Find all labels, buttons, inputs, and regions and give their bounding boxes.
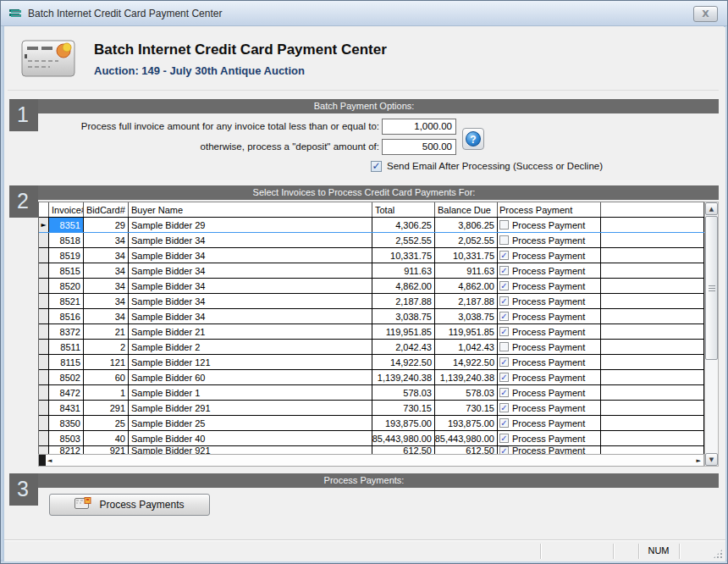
full-amount-input[interactable]: 1,000.00 [382, 119, 456, 135]
buyer-name-cell[interactable]: Sample Bidder 34 [129, 309, 372, 323]
record-selector-cell[interactable] [39, 248, 49, 263]
bidcard-cell[interactable]: 121 [84, 355, 129, 369]
record-selector-cell[interactable] [39, 233, 49, 247]
header-invoice[interactable]: Invoice# [49, 202, 84, 217]
total-cell[interactable]: 3,038.75 [372, 309, 435, 323]
invoice-cell[interactable]: 8520 [49, 279, 84, 293]
bidcard-cell[interactable]: 34 [84, 294, 129, 308]
invoice-cell[interactable]: 8350 [49, 416, 84, 430]
invoice-cell[interactable]: 8518 [49, 233, 84, 247]
balance-due-cell[interactable]: 10,331.75 [435, 248, 498, 263]
process-payment-checkbox[interactable]: ✓ [499, 388, 509, 397]
close-button[interactable]: X [693, 6, 718, 22]
buyer-name-cell[interactable]: Sample Bidder 60 [129, 370, 372, 384]
balance-due-cell[interactable]: 193,875.00 [435, 416, 498, 430]
bidcard-cell[interactable]: 60 [84, 370, 129, 384]
buyer-name-cell[interactable]: Sample Bidder 2 [129, 340, 372, 354]
bidcard-cell[interactable]: 34 [84, 263, 129, 278]
process-payment-checkbox[interactable] [499, 342, 509, 351]
header-selector-cell[interactable] [39, 202, 49, 217]
deposit-input[interactable]: 500.00 [382, 139, 456, 155]
invoice-cell[interactable]: 8372 [49, 324, 84, 339]
record-selector-cell[interactable] [39, 416, 49, 430]
process-payment-checkbox[interactable]: ✓ [499, 327, 509, 336]
invoice-cell[interactable]: 8351 [49, 218, 84, 232]
scroll-down-button[interactable]: ▼ [705, 453, 718, 466]
table-row[interactable]: 852134Sample Bidder 342,187.882,187.88✓P… [39, 294, 704, 309]
bidcard-cell[interactable]: 29 [84, 218, 129, 232]
bidcard-cell[interactable]: 291 [84, 401, 129, 415]
process-payment-checkbox[interactable]: ✓ [499, 373, 509, 382]
vertical-scrollbar[interactable]: ▲ ▼ [704, 202, 719, 467]
table-row[interactable]: 850260Sample Bidder 601,139,240.381,139,… [39, 370, 704, 385]
invoice-cell[interactable]: 8516 [49, 309, 84, 323]
buyer-name-cell[interactable]: Sample Bidder 34 [129, 263, 372, 278]
process-payment-checkbox[interactable] [499, 235, 509, 245]
process-payments-button[interactable]: Process Payments [49, 494, 210, 516]
process-payment-checkbox[interactable]: ✓ [499, 251, 509, 260]
bidcard-cell[interactable]: 2 [84, 340, 129, 354]
balance-due-cell[interactable]: 911.63 [435, 263, 498, 278]
table-row[interactable]: 837221Sample Bidder 21119,951.85119,951.… [39, 324, 704, 340]
bidcard-cell[interactable]: 34 [84, 233, 129, 247]
record-selector-cell[interactable] [39, 355, 49, 369]
table-row[interactable]: 851934Sample Bidder 3410,331.7510,331.75… [39, 248, 704, 263]
balance-due-cell[interactable]: 14,922.50 [435, 355, 498, 369]
record-selector-cell[interactable] [39, 294, 49, 308]
balance-due-cell[interactable]: 3,038.75 [435, 309, 498, 323]
bidcard-cell[interactable]: 40 [84, 431, 129, 445]
process-payment-checkbox[interactable]: ✓ [499, 312, 509, 321]
total-cell[interactable]: 2,187.88 [372, 294, 435, 308]
bidcard-cell[interactable]: 34 [84, 279, 129, 293]
invoice-cell[interactable]: 8115 [49, 355, 84, 369]
help-button[interactable]: ? [462, 128, 484, 150]
header-process-payment[interactable]: Process Payment [498, 202, 601, 217]
buyer-name-cell[interactable]: Sample Bidder 1 [129, 385, 372, 400]
table-row[interactable]: 8431291Sample Bidder 291730.15730.15✓Pro… [39, 401, 704, 416]
total-cell[interactable]: 2,042.43 [372, 340, 435, 354]
total-cell[interactable]: 4,306.25 [372, 218, 435, 232]
process-payment-checkbox[interactable]: ✓ [499, 281, 509, 290]
balance-due-cell[interactable]: 3,806.25 [435, 218, 498, 232]
process-payment-checkbox[interactable]: ✓ [499, 418, 509, 428]
bidcard-cell[interactable]: 25 [84, 416, 129, 430]
scroll-left-icon[interactable]: ◄ [47, 457, 52, 464]
table-row[interactable]: 851634Sample Bidder 343,038.753,038.75✓P… [39, 309, 704, 324]
total-cell[interactable]: 85,443,980.00 [372, 431, 435, 445]
bidcard-cell[interactable]: 34 [84, 309, 129, 323]
process-payment-checkbox[interactable]: ✓ [499, 357, 509, 367]
total-cell[interactable]: 911.63 [372, 263, 435, 278]
bidcard-cell[interactable]: 34 [84, 248, 129, 263]
table-row[interactable]: 852034Sample Bidder 344,862.004,862.00✓P… [39, 279, 704, 294]
record-selector-cell[interactable] [39, 309, 49, 323]
process-payment-checkbox[interactable]: ✓ [499, 403, 509, 412]
titlebar[interactable]: Batch Internet Credit Card Payment Cente… [1, 1, 727, 26]
bidcard-cell[interactable]: 21 [84, 324, 129, 339]
invoice-cell[interactable]: 8502 [49, 370, 84, 384]
buyer-name-cell[interactable]: Sample Bidder 34 [129, 248, 372, 263]
scroll-up-button[interactable]: ▲ [705, 202, 718, 215]
total-cell[interactable]: 14,922.50 [372, 355, 435, 369]
scroll-right-icon[interactable]: ► [697, 457, 701, 464]
buyer-name-cell[interactable]: Sample Bidder 291 [129, 401, 372, 415]
buyer-name-cell[interactable]: Sample Bidder 34 [129, 279, 372, 293]
invoice-cell[interactable]: 8515 [49, 263, 84, 278]
buyer-name-cell[interactable]: Sample Bidder 34 [129, 294, 372, 308]
resize-grip-icon[interactable] [713, 549, 723, 559]
header-total[interactable]: Total [372, 202, 435, 217]
record-selector-cell[interactable] [39, 385, 49, 400]
header-buyer-name[interactable]: Buyer Name [129, 202, 372, 217]
record-selector-cell[interactable]: ► [39, 218, 49, 232]
balance-due-cell[interactable]: 1,139,240.38 [435, 370, 498, 384]
buyer-name-cell[interactable]: Sample Bidder 21 [129, 324, 372, 339]
process-payment-checkbox[interactable] [499, 220, 509, 229]
balance-due-cell[interactable]: 85,443,980.00 [435, 431, 498, 445]
balance-due-cell[interactable]: 2,187.88 [435, 294, 498, 308]
record-selector-cell[interactable] [39, 401, 49, 415]
process-payment-checkbox[interactable]: ✓ [499, 266, 509, 275]
balance-due-cell[interactable]: 578.03 [435, 385, 498, 400]
buyer-name-cell[interactable]: Sample Bidder 40 [129, 431, 372, 445]
table-row[interactable]: 850340Sample Bidder 4085,443,980.0085,44… [39, 431, 704, 446]
table-row[interactable]: 835025Sample Bidder 25193,875.00193,875.… [39, 416, 704, 431]
buyer-name-cell[interactable]: Sample Bidder 121 [129, 355, 372, 369]
